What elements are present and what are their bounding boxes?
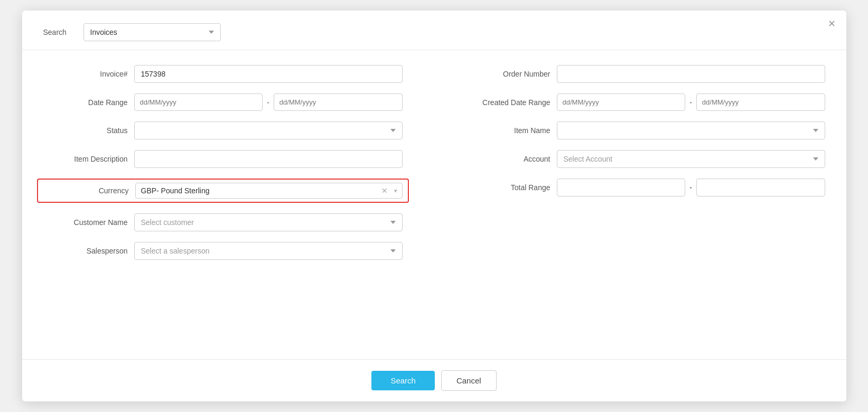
status-label: Status bbox=[43, 126, 128, 135]
item-desc-row: Item Description bbox=[43, 150, 403, 168]
status-row: Status bbox=[43, 121, 403, 139]
cancel-button[interactable]: Cancel bbox=[441, 370, 497, 391]
currency-clear-button[interactable]: ✕ bbox=[381, 187, 388, 194]
customer-label: Customer Name bbox=[43, 218, 128, 227]
customer-select[interactable]: Select customer bbox=[134, 213, 403, 231]
total-dash: - bbox=[689, 183, 692, 192]
item-name-row: Item Name bbox=[466, 121, 825, 139]
item-desc-input[interactable] bbox=[134, 150, 403, 168]
created-date-label: Created Date Range bbox=[466, 98, 550, 107]
created-date-range-group: - bbox=[557, 93, 825, 111]
total-from-input[interactable] bbox=[557, 179, 686, 196]
footer-row: Search Cancel bbox=[22, 360, 846, 401]
search-type-select[interactable]: Invoices Bills Quotes Orders bbox=[83, 23, 221, 41]
customer-row: Customer Name Select customer bbox=[43, 213, 403, 231]
date-from-input[interactable] bbox=[134, 93, 263, 111]
invoice-row: Invoice# bbox=[43, 65, 403, 83]
date-range-label: Date Range bbox=[43, 98, 128, 107]
salesperson-select[interactable]: Select a salesperson bbox=[134, 242, 403, 260]
salesperson-label: Salesperson bbox=[43, 247, 128, 255]
left-column: Invoice# Date Range - Status bbox=[43, 65, 434, 349]
created-to-input[interactable] bbox=[696, 93, 825, 111]
created-date-dash: - bbox=[689, 98, 692, 107]
date-range-row: Date Range - bbox=[43, 93, 403, 111]
currency-select-wrapper: GBP- Pound Sterling USD- US Dollar EUR- … bbox=[135, 183, 403, 199]
search-button[interactable]: Search bbox=[371, 371, 435, 390]
currency-row: Currency GBP- Pound Sterling USD- US Dol… bbox=[37, 179, 409, 203]
account-row: Account Select Account bbox=[466, 150, 825, 168]
total-range-row: Total Range - bbox=[466, 179, 825, 196]
account-select[interactable]: Select Account bbox=[557, 150, 825, 168]
search-label: Search bbox=[43, 28, 75, 36]
created-from-input[interactable] bbox=[557, 93, 686, 111]
item-name-select[interactable] bbox=[557, 121, 825, 139]
form-area: Invoice# Date Range - Status bbox=[22, 50, 846, 359]
item-desc-label: Item Description bbox=[43, 155, 128, 163]
date-to-input[interactable] bbox=[274, 93, 403, 111]
order-number-row: Order Number bbox=[466, 65, 825, 83]
salesperson-row: Salesperson Select a salesperson bbox=[43, 242, 403, 260]
currency-label: Currency bbox=[44, 186, 129, 195]
invoice-label: Invoice# bbox=[43, 70, 128, 78]
invoice-input[interactable] bbox=[134, 65, 403, 83]
account-label: Account bbox=[466, 155, 550, 163]
right-column: Order Number Created Date Range - Item N… bbox=[434, 65, 825, 349]
created-date-row: Created Date Range - bbox=[466, 93, 825, 111]
order-number-label: Order Number bbox=[466, 70, 550, 78]
item-name-label: Item Name bbox=[466, 126, 550, 135]
close-button[interactable]: ✕ bbox=[828, 19, 836, 29]
currency-select[interactable]: GBP- Pound Sterling USD- US Dollar EUR- … bbox=[135, 183, 403, 199]
status-select[interactable] bbox=[134, 121, 403, 139]
search-modal: ✕ Search Invoices Bills Quotes Orders In… bbox=[22, 11, 846, 401]
total-to-input[interactable] bbox=[696, 179, 825, 196]
total-range-label: Total Range bbox=[466, 183, 550, 192]
order-number-input[interactable] bbox=[557, 65, 825, 83]
date-range-group: - bbox=[134, 93, 403, 111]
total-range-group: - bbox=[557, 179, 825, 196]
date-dash: - bbox=[267, 98, 269, 107]
header-row: Search Invoices Bills Quotes Orders bbox=[22, 11, 846, 50]
